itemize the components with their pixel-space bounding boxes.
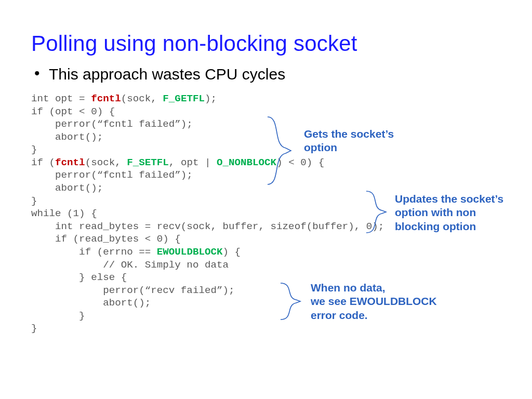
annotation-get-option: Gets the socket’s option xyxy=(304,127,394,155)
code-line: perror(“fcntl failed”); xyxy=(31,118,193,130)
code-line: } xyxy=(31,310,85,322)
code-line: } xyxy=(31,144,37,155)
annotation-set-option: Updates the socket’s option with non blo… xyxy=(395,192,503,233)
keyword-fgetfl: F_GETFL xyxy=(163,93,205,104)
brace-icon xyxy=(275,281,304,322)
brace-icon xyxy=(361,189,390,235)
bullet-cpu-waste: This approach wastes CPU cycles xyxy=(31,65,501,83)
slide: Polling using non-blocking socket This a… xyxy=(0,0,532,399)
code-line: if (read_bytes < 0) { xyxy=(31,233,181,245)
code-line: while (1) { xyxy=(31,208,97,219)
code-line: int opt = fcntl(sock, F_GETFL); xyxy=(31,93,217,104)
keyword-fsetfl: F_SETFL xyxy=(127,157,169,168)
brace-icon xyxy=(260,114,296,187)
slide-title: Polling using non-blocking socket xyxy=(31,31,501,56)
keyword-ewouldblock: EWOULDBLOCK xyxy=(157,246,223,258)
keyword-fcntl: fcntl xyxy=(55,157,85,168)
code-line: } xyxy=(31,323,37,334)
code-line: if (errno == EWOULDBLOCK) { xyxy=(31,246,241,258)
code-line: abort(); xyxy=(31,131,103,143)
code-line: abort(); xyxy=(31,182,103,194)
code-line: perror(“recv failed”); xyxy=(31,285,235,296)
code-line: // OK. Simply no data xyxy=(31,259,229,271)
code-line: if (opt < 0) { xyxy=(31,106,115,117)
code-line: } else { xyxy=(31,272,127,283)
code-line: } xyxy=(31,195,37,207)
keyword-fcntl: fcntl xyxy=(91,93,121,104)
code-line: int read_bytes = recv(sock, buffer, size… xyxy=(31,221,384,232)
code-line: abort(); xyxy=(31,297,151,309)
annotation-ewouldblock: When no data, we see EWOULDBLOCK error c… xyxy=(311,281,437,322)
code-line: perror(“fcntl failed”); xyxy=(31,169,193,181)
